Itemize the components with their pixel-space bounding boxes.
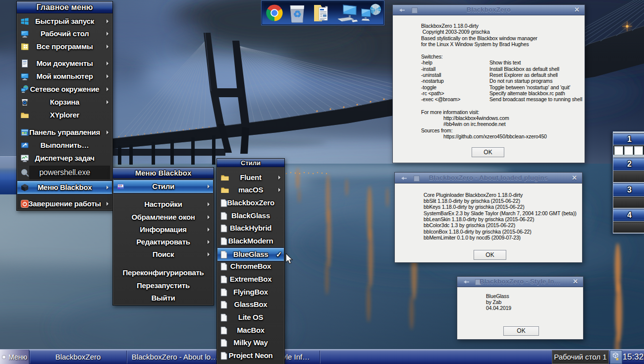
svg-text:♻: ♻	[293, 9, 301, 19]
svg-text:♻: ♻	[23, 100, 27, 105]
